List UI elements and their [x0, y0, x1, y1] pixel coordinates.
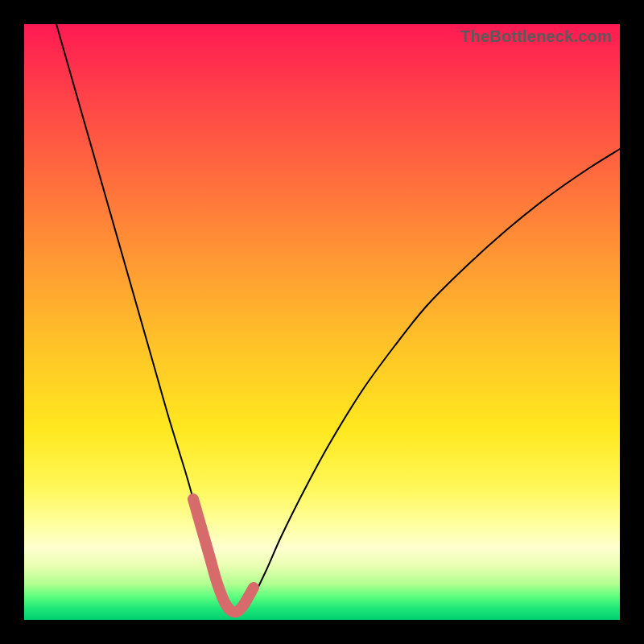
highlight-segment	[193, 499, 254, 612]
chart-svg	[24, 24, 620, 620]
bottleneck-curve	[56, 24, 620, 613]
plot-area: TheBottleneck.com	[24, 24, 620, 620]
